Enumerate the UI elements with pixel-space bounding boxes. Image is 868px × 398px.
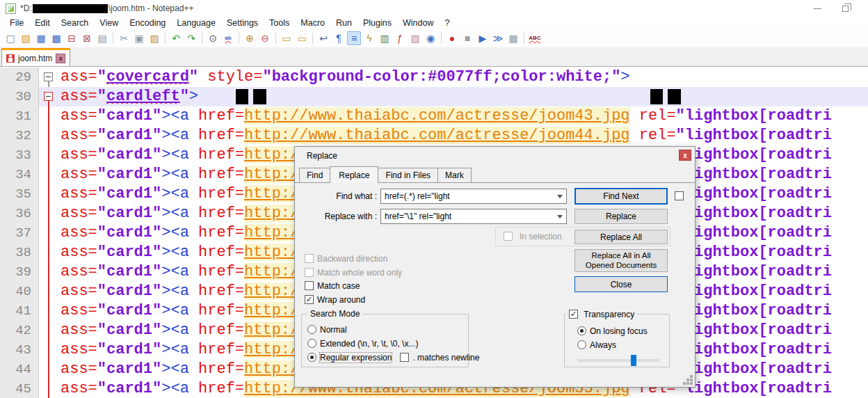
restore-icon[interactable] [842,6,849,12]
play-macro-icon[interactable]: ▶ [476,31,490,45]
chevron-down-icon[interactable] [557,215,563,218]
menu-item-search[interactable]: Search [56,18,95,28]
folder-as-workspace-icon[interactable]: ▧ [408,31,422,45]
sync-vertical-icon[interactable]: ▭ [280,31,294,45]
fold-margin [39,301,61,321]
line-number: 37 [0,223,39,243]
radio-icon[interactable] [307,353,316,362]
find-next-button[interactable]: Find Next [574,188,668,205]
cut-icon[interactable]: ✂ [117,31,131,45]
search-mode-option-extended-n-r-t-0-x[interactable]: Extended (\n, \r, \t, \0, \x...) [307,338,418,349]
menu-item-edit[interactable]: Edit [29,18,56,28]
show-indent-guide-icon[interactable]: ≡ [347,31,361,45]
sync-horizontal-icon[interactable]: ▭ [295,31,309,45]
transparency-slider[interactable] [577,359,659,362]
fold-margin [39,243,61,262]
unlabeled-checkbox[interactable] [675,191,684,200]
fold-marker-icon[interactable] [44,72,53,81]
code-line[interactable]: ass="card1"><a href=http://www.thaiabc.c… [61,106,868,126]
print-icon[interactable]: ▤ [95,31,109,45]
find-what-input[interactable]: href=(.*) rel="light [380,189,567,204]
dialog-tab-find-in-files[interactable]: Find in Files [378,168,438,182]
dialog-tab-mark[interactable]: Mark [437,168,472,182]
toolbar-separator [165,33,166,44]
radio-icon[interactable] [577,340,586,349]
record-macro-icon[interactable]: ● [445,31,459,45]
code-line[interactable]: ass="cardleft"> [61,87,868,106]
find-what-value: href=(.*) rel="light [385,191,450,201]
menu-item-file[interactable]: File [4,18,29,28]
paste-icon[interactable]: ▨ [147,31,161,45]
dialog-tab-replace[interactable]: Replace [330,166,378,183]
transparency-option-always[interactable]: Always [577,340,616,350]
replace-icon[interactable]: ab [221,31,235,45]
tab-close-icon[interactable]: x [56,54,65,63]
menu-item-view[interactable]: View [94,18,124,28]
code-line[interactable]: ass="covercard" style="background-color:… [61,67,868,87]
close-button[interactable]: Close [574,276,668,292]
radio-icon[interactable] [307,339,316,348]
save-macro-icon[interactable]: ▦ [506,31,520,45]
redo-icon[interactable]: ↷ [184,31,198,45]
spell-check-icon[interactable]: ABC [528,31,542,45]
zoom-in-icon[interactable]: ⊕ [243,31,257,45]
menu-item-tools[interactable]: Tools [264,18,295,28]
menu-item-window[interactable]: Window [397,18,439,28]
radio-label: Regular expression [320,353,392,363]
word-wrap-icon[interactable]: ↩ [316,31,330,45]
menu-item-help[interactable]: ? [439,18,455,28]
save-all-icon[interactable]: ▩ [49,31,63,45]
search-mode-option-normal[interactable]: Normal [307,324,347,335]
menu-item-language[interactable]: Language [171,18,221,28]
new-file-icon[interactable]: ▢ [3,31,17,45]
stop-record-icon[interactable]: ■ [460,31,474,45]
define-language-icon[interactable]: ϟ [362,31,376,45]
dot-matches-newline-checkbox[interactable] [400,353,409,362]
fold-margin [39,321,61,340]
replace-with-input[interactable]: href="\1" rel="light [380,209,567,224]
undo-icon[interactable]: ↶ [169,31,183,45]
line-number: 35 [0,184,39,204]
transparency-slider-thumb[interactable] [631,355,636,366]
code-line[interactable]: ass="card1"><a href=http://www.thaiabc.c… [61,126,868,145]
monitoring-icon[interactable]: ◉ [424,31,437,45]
dialog-tab-find[interactable]: Find [299,168,330,182]
save-icon[interactable]: ▦ [34,31,48,45]
fold-margin [39,67,61,87]
menu-item-plugins[interactable]: Plugins [357,18,397,28]
wrap-around-checkbox-label: Wrap around [317,295,365,305]
close-all-icon[interactable]: ⊠ [80,31,94,45]
menu-item-run[interactable]: Run [330,18,357,28]
chevron-down-icon[interactable] [557,195,563,198]
resize-grip[interactable] [690,375,693,378]
show-all-characters-icon[interactable]: ¶ [332,31,346,45]
replace-all-button[interactable]: Replace All [574,230,668,244]
close-file-icon[interactable]: ⊟ [65,31,79,45]
run-macro-multiple-icon[interactable]: ≫ [491,31,505,45]
menu-item-settings[interactable]: Settings [221,18,264,28]
match-case-checkbox[interactable] [305,281,314,290]
transparency-option-on-losing-focus[interactable]: On losing focus [577,326,648,336]
find-icon[interactable]: ⊙ [206,31,220,45]
minimize-icon[interactable] [814,8,821,9]
function-list-icon[interactable]: ƒ [393,31,407,45]
line-number: 34 [0,165,39,184]
document-map-icon[interactable]: ▥ [378,31,392,45]
menu-item-macro[interactable]: Macro [295,18,330,28]
search-mode-group: Search Mode NormalExtended (\n, \r, \t, … [301,314,469,367]
replace-all-open-docs-button[interactable]: Replace All in All Opened Documents [574,249,668,272]
transparency-checkbox[interactable]: ✓ [569,310,578,319]
copy-icon[interactable]: ▣ [132,31,146,45]
search-mode-option-regular-expression[interactable]: Regular expression. matches newline [307,352,479,363]
replace-button[interactable]: Replace [574,209,668,224]
dialog-close-button[interactable]: x [679,150,691,161]
tab-joom-htm[interactable]: joom.htm x [1,48,70,66]
radio-icon[interactable] [577,326,586,335]
menu-item-encoding[interactable]: Encoding [124,18,171,28]
wrap-around-checkbox[interactable]: ✓ [305,295,314,304]
zoom-out-icon[interactable]: ⊖ [258,31,272,45]
fold-marker-icon[interactable] [44,92,53,101]
radio-icon[interactable] [307,325,316,334]
spacer [198,100,236,100]
open-file-icon[interactable]: ▧ [19,31,33,45]
